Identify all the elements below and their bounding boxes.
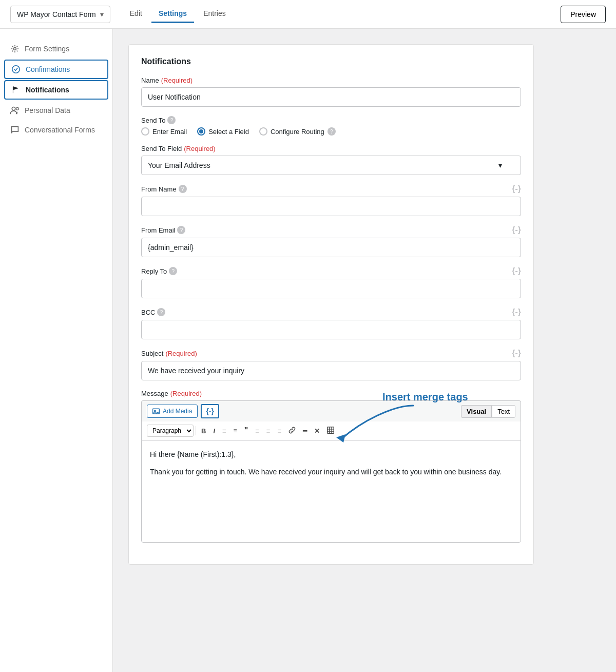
editor-toolbar-top: Add Media {-} Visual Text	[141, 400, 521, 421]
sidebar: Form Settings Confirmations Notification…	[0, 29, 113, 672]
from-email-help-icon[interactable]: ?	[177, 226, 185, 234]
radio-enter-email[interactable]: Enter Email	[141, 127, 187, 136]
name-label: Name (Required)	[141, 76, 521, 84]
reply-to-merge-icon[interactable]: {-}	[512, 266, 521, 276]
preview-button[interactable]: Preview	[561, 6, 606, 23]
send-to-help-icon[interactable]: ?	[167, 116, 176, 124]
field-reply-to: Reply To ? {-}	[141, 266, 521, 298]
field-subject: Subject (Required) {-}	[141, 349, 521, 380]
subject-input[interactable]	[141, 361, 521, 380]
bcc-help-icon[interactable]: ?	[157, 308, 165, 316]
bcc-field-row	[141, 320, 521, 339]
send-to-field-select[interactable]: Your Email Address ▾	[141, 156, 521, 175]
from-email-field-row	[141, 238, 521, 257]
reply-to-field-row	[141, 279, 521, 298]
link-button[interactable]	[285, 425, 299, 437]
editor-toolbar-format: Paragraph B I ≡ ≡ " ≡ ≡ ≡	[141, 421, 521, 440]
visual-tab[interactable]: Visual	[461, 405, 492, 418]
bold-button[interactable]: B	[198, 426, 209, 436]
form-selector[interactable]: WP Mayor Contact Form ▾	[10, 6, 110, 23]
link-icon	[288, 427, 296, 434]
from-email-merge-icon[interactable]: {-}	[512, 225, 521, 235]
align-left-button[interactable]: ≡	[252, 426, 262, 436]
radio-configure-routing[interactable]: Configure Routing ?	[259, 127, 336, 136]
merge-tag-button[interactable]: {-}	[201, 404, 219, 418]
top-bar: WP Mayor Contact Form ▾ Edit Settings En…	[0, 0, 616, 29]
align-right-button[interactable]: ≡	[274, 426, 284, 436]
from-name-input[interactable]	[141, 197, 521, 216]
form-selector-label: WP Mayor Contact Form	[17, 10, 96, 18]
radio-circle-enter-email	[141, 127, 149, 136]
field-from-name: From Name ? {-}	[141, 184, 521, 216]
subject-field-row	[141, 361, 521, 380]
view-tabs: Visual Text	[461, 405, 515, 418]
italic-button[interactable]: I	[210, 426, 218, 436]
svg-point-3	[16, 107, 18, 110]
sidebar-label-conversational-forms: Conversational Forms	[25, 126, 95, 134]
add-media-button[interactable]: Add Media	[147, 405, 198, 418]
editor-toolbar-top-left: Add Media {-}	[147, 404, 219, 418]
send-to-field-label: Send To Field (Required)	[141, 145, 521, 152]
send-to-options: Enter Email Select a Field Configure Rou…	[141, 127, 521, 136]
from-name-help-icon[interactable]: ?	[179, 185, 187, 193]
chat-icon	[10, 125, 20, 135]
svg-point-1	[12, 66, 20, 73]
field-name: Name (Required)	[141, 76, 521, 107]
editor-line-2: Thank you for getting in touch. We have …	[150, 466, 512, 477]
tab-edit[interactable]: Edit	[123, 5, 149, 23]
sidebar-item-conversational-forms[interactable]: Conversational Forms	[0, 120, 112, 140]
name-input[interactable]	[141, 87, 521, 107]
reply-to-help-icon[interactable]: ?	[169, 267, 177, 275]
editor-line-1: Hi there {Name (First):1.3},	[150, 449, 512, 460]
bcc-merge-icon[interactable]: {-}	[512, 308, 521, 317]
from-name-field-row	[141, 197, 521, 216]
chevron-down-select-icon: ▾	[498, 161, 502, 169]
toolbar-sep-1	[196, 426, 196, 435]
panel-title: Notifications	[141, 57, 521, 66]
people-icon	[10, 106, 20, 115]
tab-settings[interactable]: Settings	[151, 5, 194, 23]
sidebar-item-form-settings[interactable]: Form Settings	[0, 39, 112, 59]
media-icon	[152, 408, 160, 415]
routing-help-icon[interactable]: ?	[328, 127, 336, 136]
text-tab[interactable]: Text	[492, 405, 515, 418]
sidebar-item-personal-data[interactable]: Personal Data	[0, 101, 112, 120]
message-label: Message (Required)	[141, 390, 521, 397]
reply-to-input[interactable]	[141, 279, 521, 298]
sidebar-label-notifications: Notifications	[26, 86, 69, 94]
subject-merge-icon[interactable]: {-}	[512, 349, 521, 358]
send-to-label: Send To ?	[141, 116, 521, 124]
from-name-label: From Name ? {-}	[141, 184, 521, 194]
main-content: Notifications Name (Required) Send To ?	[113, 29, 616, 672]
sidebar-item-notifications[interactable]: Notifications	[4, 80, 108, 100]
svg-rect-6	[328, 427, 334, 433]
tab-entries[interactable]: Entries	[196, 5, 233, 23]
unordered-list-button[interactable]: ≡	[219, 426, 229, 436]
sidebar-item-confirmations[interactable]: Confirmations	[4, 60, 108, 79]
radio-select-field[interactable]: Select a Field	[197, 127, 249, 136]
from-email-input[interactable]	[141, 238, 521, 257]
svg-point-2	[12, 107, 15, 110]
radio-circle-configure-routing	[259, 127, 267, 136]
horizontal-rule-button[interactable]: ━	[300, 426, 310, 436]
bcc-label: BCC ? {-}	[141, 308, 521, 317]
field-send-to-field: Send To Field (Required) Your Email Addr…	[141, 145, 521, 175]
reply-to-label: Reply To ? {-}	[141, 266, 521, 276]
from-name-merge-icon[interactable]: {-}	[512, 184, 521, 194]
field-send-to: Send To ? Enter Email Select a Field Con…	[141, 116, 521, 136]
fullscreen-button[interactable]: ✕	[311, 426, 323, 436]
radio-circle-select-field	[197, 127, 205, 136]
form-panel: Notifications Name (Required) Send To ?	[128, 44, 534, 565]
table-icon	[327, 427, 334, 434]
table-button[interactable]	[324, 425, 337, 437]
bcc-input[interactable]	[141, 320, 521, 339]
sidebar-label-form-settings: Form Settings	[25, 45, 69, 53]
ordered-list-button[interactable]: ≡	[230, 426, 240, 436]
align-center-button[interactable]: ≡	[263, 426, 274, 436]
flag-icon	[11, 85, 21, 94]
sidebar-label-confirmations: Confirmations	[26, 65, 70, 73]
message-editor-body[interactable]: Hi there {Name (First):1.3}, Thank you f…	[141, 440, 521, 543]
blockquote-button[interactable]: "	[241, 425, 252, 437]
from-email-label: From Email ? {-}	[141, 225, 521, 235]
paragraph-select[interactable]: Paragraph	[147, 425, 194, 437]
